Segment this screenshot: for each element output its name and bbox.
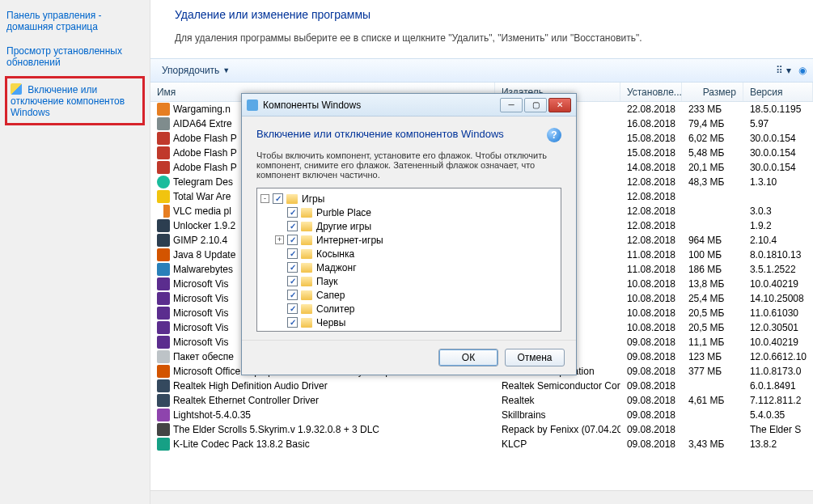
minimize-button[interactable]: ─ [500,98,523,112]
program-name: Microsoft Vis [173,293,228,304]
program-size: 233 МБ [682,104,743,115]
checkbox[interactable] [287,221,298,231]
tree-label: Интернет-игры [316,235,383,246]
link-cp-home[interactable]: Панель управления - домашняя страница [5,6,145,36]
program-name: The Elder Scrolls 5.Skyrim.v 1.9.32.0.8 … [173,424,379,435]
app-icon [157,176,170,188]
tree-item[interactable]: Солитер [259,302,559,316]
program-size: 20,5 МБ [682,322,743,333]
program-version: 3.0.3 [743,205,813,217]
features-dialog: Компоненты Windows ─ ▢ ✕ Включение или о… [241,93,577,375]
program-version: 14.10.25008 [743,293,813,304]
table-row[interactable]: Realtek High Definition Audio DriverReal… [150,379,813,393]
col-version[interactable]: Версия [743,83,813,101]
tree-item[interactable]: Паук [259,274,559,288]
program-date: 10.08.2018 [620,278,682,290]
program-version: 1.3.10 [743,176,813,188]
program-size: 6,02 МБ [682,133,743,144]
program-date: 14.08.2018 [620,162,682,173]
program-name: Unlocker 1.9.2 [173,220,235,231]
table-row[interactable]: K-Lite Codec Pack 13.8.2 BasicKLCP09.08.… [150,437,813,451]
program-date: 15.08.2018 [620,133,682,144]
tree-label: Косынка [316,248,354,260]
dialog-description: Чтобы включить компонент, установите его… [256,150,561,180]
link-view-updates[interactable]: Просмотр установленных обновлений [5,42,145,71]
checkbox[interactable] [287,317,298,328]
col-size[interactable]: Размер [682,83,743,101]
tree-item[interactable]: Червы [259,316,559,329]
program-name: Пакет обеспе [173,351,234,362]
checkbox[interactable] [287,290,298,300]
dialog-title: Компоненты Windows [263,100,495,111]
program-date: 10.08.2018 [620,307,682,319]
app-icon [157,161,170,174]
program-name: Realtek Ethernet Controller Driver [173,395,319,406]
link-windows-features[interactable]: Включение или отключение компонентов Win… [11,81,125,121]
program-version: 13.8.2 [743,438,813,450]
app-icon [157,117,170,130]
horizontal-scrollbar[interactable] [150,490,813,504]
checkbox[interactable] [287,276,298,286]
program-date: 11.08.2018 [620,249,682,260]
ok-button[interactable]: ОК [438,349,498,366]
checkbox[interactable] [287,248,298,259]
program-date: 10.08.2018 [620,322,682,333]
tree-item[interactable]: Сапер [259,288,559,302]
view-options-button[interactable]: ⠿ ▾ [776,65,790,76]
checkbox[interactable] [287,303,298,314]
table-row[interactable]: The Elder Scrolls 5.Skyrim.v 1.9.32.0.8 … [150,422,813,437]
page-title: Удаление или изменение программы [175,8,789,21]
program-version: 12.0.30501 [743,322,813,333]
dialog-titlebar[interactable]: Компоненты Windows ─ ▢ ✕ [242,94,576,116]
program-date: 09.08.2018 [620,395,682,406]
app-icon [157,234,170,247]
app-icon [157,292,170,305]
col-date[interactable]: Установле... [620,83,682,101]
tree-label: Паук [316,276,337,287]
cancel-button[interactable]: Отмена [505,349,565,366]
tree-item[interactable]: Маджонг [259,260,559,274]
program-size: 13,8 МБ [682,278,743,290]
help-button[interactable]: ◉ [798,65,807,76]
program-name: Telegram Des [173,176,233,188]
app-icon [157,205,170,218]
app-icon [247,100,258,111]
expand-toggle[interactable]: + [275,235,284,244]
dialog-heading: Включение или отключение компонентов Win… [256,128,504,140]
checkbox[interactable] [273,193,283,204]
program-name: Adobe Flash P [173,133,237,144]
expand-toggle[interactable]: - [260,194,269,203]
table-row[interactable]: Realtek Ethernet Controller DriverRealte… [150,393,813,408]
help-icon[interactable]: ? [547,128,561,142]
program-name: VLC media pl [173,205,231,217]
folder-icon [301,222,312,231]
tree-item[interactable]: Другие игры [259,219,559,233]
tree-label: Солитер [316,303,355,315]
chevron-down-icon: ▼ [222,66,230,74]
program-size: 3,43 МБ [682,438,743,450]
program-size: 377 МБ [682,366,743,377]
features-tree[interactable]: -ИгрыPurble PlaceДругие игры+Интернет-иг… [256,188,561,332]
program-size: 20,1 МБ [682,162,743,173]
table-row[interactable]: Lightshot-5.4.0.35Skillbrains09.08.20185… [150,408,813,422]
program-size: 20,5 МБ [682,307,743,319]
app-icon [157,190,170,203]
close-button[interactable]: ✕ [548,98,571,112]
maximize-button[interactable]: ▢ [524,98,547,112]
checkbox[interactable] [287,207,298,218]
program-size: 100 МБ [682,249,743,260]
folder-icon [301,318,312,328]
tree-item[interactable]: -Игры [259,192,559,205]
program-size: 964 МБ [682,235,743,246]
tree-item[interactable]: Косынка [259,247,559,260]
organize-button[interactable]: Упорядочить▼ [157,63,235,78]
tree-item[interactable]: +Интернет-игры [259,233,559,247]
tree-item[interactable]: Purble Place [259,205,559,219]
checkbox[interactable] [287,262,298,273]
tree-label: Purble Place [316,207,371,218]
program-version: 2.10.4 [743,235,813,246]
checkbox[interactable] [287,235,298,245]
program-version: 1.9.2 [743,220,813,231]
program-date: 16.08.2018 [620,118,682,129]
program-version: The Elder S [743,424,813,435]
